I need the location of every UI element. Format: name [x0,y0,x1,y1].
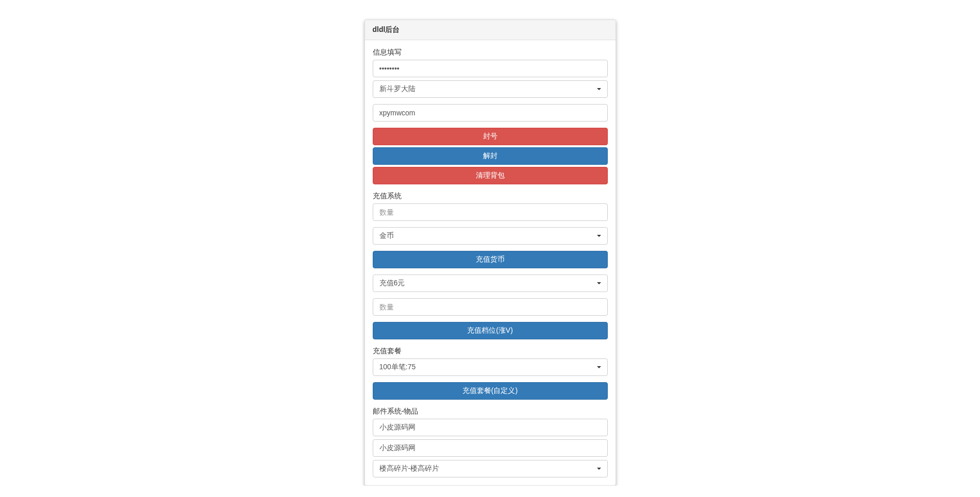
tier-amount-input[interactable] [373,298,608,316]
package-select-value: 100单笔:75 [379,363,416,371]
panel-title: dldl后台 [365,20,616,40]
chevron-down-icon [597,366,601,368]
chevron-down-icon [597,235,601,237]
chevron-down-icon [597,88,601,90]
currency-select-value: 金币 [379,231,394,239]
password-input[interactable] [373,60,608,77]
ban-button[interactable]: 封号 [373,128,608,145]
unban-button[interactable]: 解封 [373,147,608,165]
tier-select-value: 充值6元 [379,279,405,287]
section-info-label: 信息填写 [373,48,608,57]
admin-panel: dldl后台 信息填写 新斗罗大陆 封号 解封 清理背包 充值系统 [364,20,616,486]
tier-select[interactable]: 充值6元 [373,275,608,292]
account-input[interactable] [373,104,608,122]
server-select-value: 新斗罗大陆 [379,84,416,93]
mail-item-select-value: 楼高碎片-楼高碎片 [379,464,440,472]
recharge-tier-button[interactable]: 充值档位(涨V) [373,322,608,339]
chevron-down-icon [597,282,601,284]
section-package-label: 充值套餐 [373,347,608,356]
mail-input-2[interactable] [373,439,608,457]
currency-select[interactable]: 金币 [373,227,608,245]
mail-item-select[interactable]: 楼高碎片-楼高碎片 [373,460,608,477]
panel-body: 信息填写 新斗罗大陆 封号 解封 清理背包 充值系统 金币 [365,40,616,485]
recharge-amount-input[interactable] [373,203,608,221]
section-mail-label: 邮件系统-物品 [373,407,608,416]
chevron-down-icon [597,468,601,470]
clear-bag-button[interactable]: 清理背包 [373,167,608,184]
recharge-package-button[interactable]: 充值套餐(自定义) [373,382,608,400]
server-select[interactable]: 新斗罗大陆 [373,80,608,98]
recharge-currency-button[interactable]: 充值货币 [373,251,608,268]
mail-input-1[interactable] [373,419,608,436]
package-select[interactable]: 100单笔:75 [373,358,608,376]
section-recharge-label: 充值系统 [373,192,608,201]
